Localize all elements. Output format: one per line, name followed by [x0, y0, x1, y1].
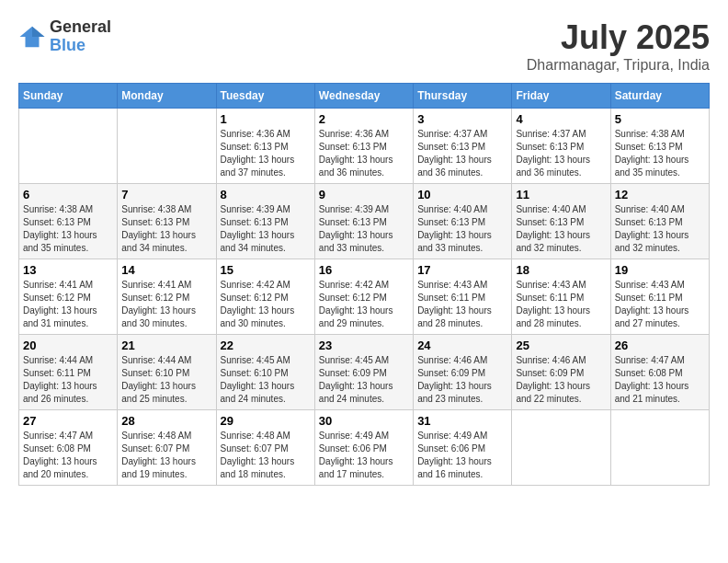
day-number: 22 — [221, 339, 311, 352]
day-number: 23 — [319, 339, 409, 352]
day-detail: Sunrise: 4:38 AMSunset: 6:13 PMDaylight:… — [121, 203, 211, 255]
svg-marker-1 — [32, 27, 45, 37]
calendar-cell: 29Sunrise: 4:48 AMSunset: 6:07 PMDayligh… — [216, 410, 314, 486]
day-detail: Sunrise: 4:46 AMSunset: 6:09 PMDaylight:… — [516, 354, 606, 406]
day-number: 10 — [417, 188, 507, 201]
week-row-4: 20Sunrise: 4:44 AMSunset: 6:11 PMDayligh… — [19, 335, 710, 410]
day-number: 11 — [516, 188, 606, 201]
day-number: 1 — [221, 112, 311, 126]
day-detail: Sunrise: 4:48 AMSunset: 6:07 PMDaylight:… — [221, 430, 311, 481]
day-detail: Sunrise: 4:47 AMSunset: 6:08 PMDaylight:… — [615, 354, 705, 406]
day-number: 20 — [23, 339, 113, 352]
days-of-week-row: SundayMondayTuesdayWednesdayThursdayFrid… — [19, 84, 710, 109]
logo-icon — [18, 23, 46, 51]
day-detail: Sunrise: 4:46 AMSunset: 6:09 PMDaylight:… — [417, 354, 507, 406]
logo-general-text: General — [50, 18, 111, 37]
day-number: 12 — [615, 188, 705, 201]
calendar-cell: 11Sunrise: 4:40 AMSunset: 6:13 PMDayligh… — [512, 184, 610, 259]
day-number: 24 — [417, 339, 507, 352]
day-header-thursday: Thursday — [414, 84, 512, 109]
calendar-cell: 7Sunrise: 4:38 AMSunset: 6:13 PMDaylight… — [118, 184, 216, 259]
calendar-cell: 1Sunrise: 4:36 AMSunset: 6:13 PMDaylight… — [216, 109, 314, 184]
day-header-monday: Monday — [118, 84, 216, 109]
day-header-sunday: Sunday — [19, 84, 118, 109]
calendar-cell: 27Sunrise: 4:47 AMSunset: 6:08 PMDayligh… — [19, 410, 118, 486]
day-detail: Sunrise: 4:41 AMSunset: 6:12 PMDaylight:… — [121, 279, 211, 330]
calendar-cell: 16Sunrise: 4:42 AMSunset: 6:12 PMDayligh… — [314, 259, 413, 335]
calendar-cell: 24Sunrise: 4:46 AMSunset: 6:09 PMDayligh… — [414, 335, 512, 410]
day-number: 17 — [417, 263, 507, 277]
day-detail: Sunrise: 4:42 AMSunset: 6:12 PMDaylight:… — [221, 279, 311, 330]
day-number: 30 — [319, 414, 409, 428]
calendar-cell: 8Sunrise: 4:39 AMSunset: 6:13 PMDaylight… — [216, 184, 314, 259]
day-detail: Sunrise: 4:40 AMSunset: 6:13 PMDaylight:… — [516, 203, 606, 255]
calendar-cell: 23Sunrise: 4:45 AMSunset: 6:09 PMDayligh… — [314, 335, 413, 410]
day-detail: Sunrise: 4:36 AMSunset: 6:13 PMDaylight:… — [319, 128, 409, 179]
day-detail: Sunrise: 4:40 AMSunset: 6:13 PMDaylight:… — [417, 203, 507, 255]
day-detail: Sunrise: 4:36 AMSunset: 6:13 PMDaylight:… — [221, 128, 311, 179]
day-header-wednesday: Wednesday — [314, 84, 413, 109]
day-number: 16 — [319, 263, 409, 277]
day-detail: Sunrise: 4:47 AMSunset: 6:08 PMDaylight:… — [23, 430, 113, 481]
calendar-cell: 6Sunrise: 4:38 AMSunset: 6:13 PMDaylight… — [19, 184, 118, 259]
day-detail: Sunrise: 4:45 AMSunset: 6:09 PMDaylight:… — [319, 354, 409, 406]
day-detail: Sunrise: 4:40 AMSunset: 6:13 PMDaylight:… — [615, 203, 705, 255]
logo-text: General Blue — [50, 18, 111, 55]
week-row-3: 13Sunrise: 4:41 AMSunset: 6:12 PMDayligh… — [19, 259, 710, 335]
calendar-cell: 10Sunrise: 4:40 AMSunset: 6:13 PMDayligh… — [414, 184, 512, 259]
calendar-body: 1Sunrise: 4:36 AMSunset: 6:13 PMDaylight… — [19, 109, 710, 486]
calendar-table: SundayMondayTuesdayWednesdayThursdayFrid… — [18, 83, 710, 486]
day-number: 9 — [319, 188, 409, 201]
day-detail: Sunrise: 4:37 AMSunset: 6:13 PMDaylight:… — [417, 128, 507, 179]
day-number: 29 — [221, 414, 311, 428]
calendar-cell — [610, 410, 709, 486]
day-number: 26 — [615, 339, 705, 352]
week-row-2: 6Sunrise: 4:38 AMSunset: 6:13 PMDaylight… — [19, 184, 710, 259]
day-header-saturday: Saturday — [610, 84, 709, 109]
day-detail: Sunrise: 4:49 AMSunset: 6:06 PMDaylight:… — [319, 430, 409, 481]
day-detail: Sunrise: 4:48 AMSunset: 6:07 PMDaylight:… — [121, 430, 211, 481]
day-number: 19 — [615, 263, 705, 277]
week-row-5: 27Sunrise: 4:47 AMSunset: 6:08 PMDayligh… — [19, 410, 710, 486]
calendar-cell: 26Sunrise: 4:47 AMSunset: 6:08 PMDayligh… — [610, 335, 709, 410]
day-number: 8 — [221, 188, 311, 201]
day-detail: Sunrise: 4:43 AMSunset: 6:11 PMDaylight:… — [516, 279, 606, 330]
calendar-cell: 2Sunrise: 4:36 AMSunset: 6:13 PMDaylight… — [314, 109, 413, 184]
day-detail: Sunrise: 4:43 AMSunset: 6:11 PMDaylight:… — [417, 279, 507, 330]
day-number: 27 — [23, 414, 113, 428]
day-detail: Sunrise: 4:44 AMSunset: 6:11 PMDaylight:… — [23, 354, 113, 406]
day-detail: Sunrise: 4:42 AMSunset: 6:12 PMDaylight:… — [319, 279, 409, 330]
calendar-cell: 20Sunrise: 4:44 AMSunset: 6:11 PMDayligh… — [19, 335, 118, 410]
calendar-cell: 28Sunrise: 4:48 AMSunset: 6:07 PMDayligh… — [118, 410, 216, 486]
calendar-cell: 3Sunrise: 4:37 AMSunset: 6:13 PMDaylight… — [414, 109, 512, 184]
calendar-cell: 18Sunrise: 4:43 AMSunset: 6:11 PMDayligh… — [512, 259, 610, 335]
day-number: 14 — [121, 263, 211, 277]
day-number: 7 — [121, 188, 211, 201]
day-header-tuesday: Tuesday — [216, 84, 314, 109]
calendar-cell: 9Sunrise: 4:39 AMSunset: 6:13 PMDaylight… — [314, 184, 413, 259]
calendar-cell: 12Sunrise: 4:40 AMSunset: 6:13 PMDayligh… — [610, 184, 709, 259]
day-number: 2 — [319, 112, 409, 126]
day-number: 31 — [417, 414, 507, 428]
page-header: General Blue July 2025 Dharmanagar, Trip… — [18, 18, 710, 74]
week-row-1: 1Sunrise: 4:36 AMSunset: 6:13 PMDaylight… — [19, 109, 710, 184]
day-number: 6 — [23, 188, 113, 201]
calendar-cell: 17Sunrise: 4:43 AMSunset: 6:11 PMDayligh… — [414, 259, 512, 335]
logo: General Blue — [18, 18, 111, 55]
day-detail: Sunrise: 4:39 AMSunset: 6:13 PMDaylight:… — [319, 203, 409, 255]
day-number: 4 — [516, 112, 606, 126]
calendar-cell — [19, 109, 118, 184]
calendar-cell: 4Sunrise: 4:37 AMSunset: 6:13 PMDaylight… — [512, 109, 610, 184]
day-detail: Sunrise: 4:38 AMSunset: 6:13 PMDaylight:… — [615, 128, 705, 179]
calendar-cell — [512, 410, 610, 486]
day-number: 15 — [221, 263, 311, 277]
calendar-cell — [118, 109, 216, 184]
day-detail: Sunrise: 4:44 AMSunset: 6:10 PMDaylight:… — [121, 354, 211, 406]
calendar-cell: 14Sunrise: 4:41 AMSunset: 6:12 PMDayligh… — [118, 259, 216, 335]
day-number: 28 — [121, 414, 211, 428]
calendar-header: SundayMondayTuesdayWednesdayThursdayFrid… — [19, 84, 710, 109]
calendar-cell: 21Sunrise: 4:44 AMSunset: 6:10 PMDayligh… — [118, 335, 216, 410]
day-detail: Sunrise: 4:38 AMSunset: 6:13 PMDaylight:… — [23, 203, 113, 255]
location: Dharmanagar, Tripura, India — [527, 57, 710, 74]
day-detail: Sunrise: 4:49 AMSunset: 6:06 PMDaylight:… — [417, 430, 507, 481]
